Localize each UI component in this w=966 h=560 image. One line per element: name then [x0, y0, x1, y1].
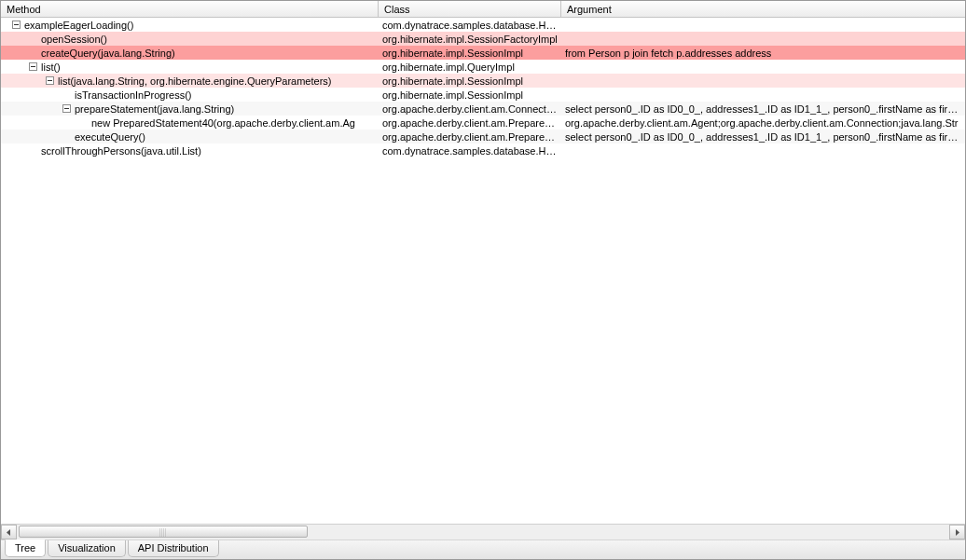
tree-row[interactable]: createQuery(java.lang.String)org.hiberna…: [1, 46, 965, 60]
method-label: executeQuery(): [75, 131, 145, 143]
scroll-right-button[interactable]: [949, 525, 965, 540]
method-label: exampleEagerLoading(): [24, 20, 133, 31]
collapse-icon[interactable]: [29, 62, 37, 71]
tree-row[interactable]: exampleEagerLoading()com.dynatrace.sampl…: [1, 18, 965, 32]
collapse-icon[interactable]: [62, 104, 71, 113]
chevron-left-icon: [6, 529, 12, 536]
tree-row[interactable]: new PreparedStatement40(org.apache.derby…: [1, 116, 965, 130]
argument-label: from Person p join fetch p.addresses add…: [561, 48, 965, 59]
tree-row[interactable]: openSession()org.hibernate.impl.SessionF…: [1, 32, 965, 46]
tab-api-distribution[interactable]: API Distribution: [128, 540, 219, 557]
method-label: list(java.lang.String, org.hibernate.eng…: [58, 75, 331, 87]
col-method-label: Method: [7, 4, 41, 15]
tree-row[interactable]: prepareStatement(java.lang.String)org.ap…: [1, 102, 965, 116]
class-label: org.apache.derby.client.am.Connection: [379, 103, 561, 115]
method-label: new PreparedStatement40(org.apache.derby…: [91, 117, 355, 129]
tree-row[interactable]: scrollThroughPersons(java.util.List)com.…: [1, 143, 965, 157]
class-label: org.hibernate.impl.SessionImpl: [379, 75, 561, 87]
tree-row[interactable]: executeQuery()org.apache.derby.client.am…: [1, 130, 965, 143]
col-argument-label: Argument: [567, 4, 612, 15]
method-label: openSession(): [41, 34, 107, 45]
class-label: org.hibernate.impl.SessionImpl: [379, 89, 561, 101]
col-class[interactable]: Class: [379, 1, 561, 17]
argument-label: select person0_.ID as ID0_0_, addresses1…: [561, 103, 965, 115]
collapse-icon[interactable]: [46, 76, 54, 85]
col-argument[interactable]: Argument: [561, 1, 965, 17]
col-class-label: Class: [384, 4, 410, 15]
method-label: createQuery(java.lang.String): [41, 48, 175, 59]
tab-tree-label: Tree: [15, 542, 35, 553]
scroll-left-button[interactable]: [1, 525, 17, 540]
collapse-icon[interactable]: [12, 20, 21, 29]
argument-label: select person0_.ID as ID0_0_, addresses1…: [561, 131, 965, 143]
tree-row[interactable]: isTransactionInProgress()org.hibernate.i…: [1, 88, 965, 102]
method-label: list(): [41, 61, 61, 73]
bottom-tabs: Tree Visualization API Distribution: [1, 540, 965, 559]
tree-row[interactable]: list()org.hibernate.impl.QueryImpl: [1, 60, 965, 74]
scroll-track[interactable]: [17, 525, 949, 540]
tab-api-label: API Distribution: [138, 542, 209, 553]
tab-tree[interactable]: Tree: [5, 540, 46, 557]
class-label: org.hibernate.impl.QueryImpl: [379, 61, 561, 73]
method-label: isTransactionInProgress(): [75, 89, 192, 101]
argument-label: org.apache.derby.client.am.Agent;org.apa…: [561, 117, 965, 129]
trace-panel: Method Class Argument exampleEagerLoadin…: [0, 0, 966, 560]
tree-body[interactable]: exampleEagerLoading()com.dynatrace.sampl…: [1, 18, 965, 524]
column-headers: Method Class Argument: [1, 1, 965, 18]
class-label: org.hibernate.impl.SessionFactoryImpl: [379, 34, 561, 45]
tab-visualization[interactable]: Visualization: [48, 540, 126, 557]
class-label: org.apache.derby.client.am.PreparedSta..…: [379, 131, 561, 143]
hscrollbar[interactable]: [1, 524, 965, 540]
col-method[interactable]: Method: [1, 1, 379, 17]
method-label: prepareStatement(java.lang.String): [75, 103, 234, 115]
class-label: org.apache.derby.client.am.PreparedSta..…: [379, 117, 561, 129]
chevron-right-icon: [954, 529, 960, 536]
class-label: com.dynatrace.samples.database.Hibern...: [379, 145, 561, 157]
tab-visualization-label: Visualization: [58, 542, 116, 553]
tree-row[interactable]: list(java.lang.String, org.hibernate.eng…: [1, 74, 965, 88]
class-label: org.hibernate.impl.SessionImpl: [379, 48, 561, 59]
method-label: scrollThroughPersons(java.util.List): [41, 145, 201, 157]
class-label: com.dynatrace.samples.database.Hibern...: [379, 20, 561, 31]
scroll-thumb[interactable]: [19, 526, 308, 538]
